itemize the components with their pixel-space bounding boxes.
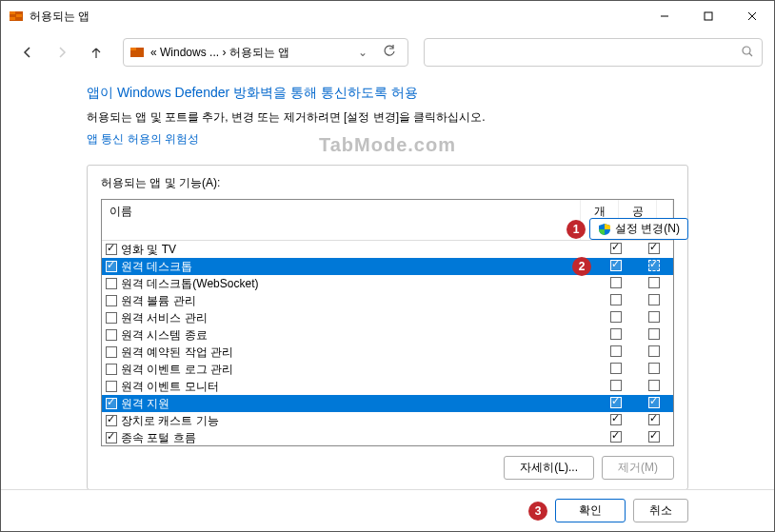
uac-shield-icon: [598, 223, 611, 236]
footer: 3 확인 취소: [1, 489, 774, 531]
row-label: 원격 볼륨 관리: [121, 293, 196, 309]
private-checkbox[interactable]: [610, 431, 622, 443]
enable-checkbox[interactable]: [106, 398, 117, 409]
public-checkbox[interactable]: [648, 294, 660, 305]
row-name-cell: 원격 예약된 작업 관리: [102, 345, 597, 361]
enable-checkbox[interactable]: [106, 346, 117, 358]
list-row[interactable]: 원격 시스템 종료: [102, 326, 673, 344]
public-checkbox[interactable]: [648, 328, 660, 340]
private-cell: [597, 294, 635, 308]
svg-line-11: [749, 53, 752, 56]
public-checkbox[interactable]: [648, 277, 660, 288]
enable-checkbox[interactable]: [106, 415, 117, 426]
ok-button[interactable]: 확인: [555, 499, 626, 522]
maximize-button[interactable]: [686, 1, 730, 31]
private-checkbox[interactable]: [610, 414, 622, 425]
row-name-cell: 원격 서비스 관리: [102, 310, 597, 326]
row-label: 원격 이벤트 모니터: [121, 379, 219, 395]
private-cell: [597, 328, 635, 343]
enable-checkbox[interactable]: [106, 244, 117, 255]
address-bar[interactable]: « Windows ... › 허용되는 앱 ⌄: [123, 38, 408, 67]
private-checkbox[interactable]: [610, 345, 622, 357]
up-button[interactable]: [81, 39, 111, 66]
public-cell: [635, 397, 673, 411]
public-checkbox[interactable]: [648, 243, 660, 254]
list-row[interactable]: 장치로 캐스트 기능: [102, 412, 673, 429]
private-checkbox[interactable]: [610, 243, 622, 254]
row-name-cell: 원격 볼륨 관리: [102, 293, 597, 309]
enable-checkbox[interactable]: [106, 278, 117, 289]
change-settings-button[interactable]: 설정 변경(N): [589, 218, 688, 240]
apps-panel: 허용되는 앱 및 기능(A): 이름 개인 공용 영화 및 TV원격 데스크톱2…: [87, 165, 688, 490]
private-checkbox[interactable]: [610, 260, 622, 271]
list-row[interactable]: 원격 예약된 작업 관리: [102, 344, 673, 361]
enable-checkbox[interactable]: [106, 329, 117, 341]
minimize-button[interactable]: [643, 1, 686, 31]
list-row[interactable]: 원격 지원: [102, 395, 673, 412]
public-checkbox[interactable]: [648, 414, 660, 425]
private-checkbox[interactable]: [610, 380, 622, 391]
panel-title: 허용되는 앱 및 기능(A):: [101, 175, 674, 191]
enable-checkbox[interactable]: [106, 312, 117, 324]
window-title: 허용되는 앱: [30, 9, 643, 25]
refresh-button[interactable]: [377, 45, 402, 61]
public-cell: [635, 277, 673, 291]
list-row[interactable]: 원격 이벤트 모니터: [102, 378, 673, 395]
row-label: 원격 지원: [121, 396, 169, 412]
private-checkbox[interactable]: [610, 363, 622, 374]
private-cell: [597, 277, 635, 291]
list-row[interactable]: 원격 이벤트 로그 관리: [102, 361, 673, 378]
list-row[interactable]: 원격 볼륨 관리: [102, 292, 673, 309]
svg-rect-9: [130, 48, 136, 50]
private-checkbox[interactable]: [610, 277, 622, 288]
col-name[interactable]: 이름: [102, 200, 581, 240]
navbar: « Windows ... › 허용되는 앱 ⌄: [1, 31, 774, 73]
private-checkbox[interactable]: [610, 311, 622, 323]
enable-checkbox[interactable]: [106, 295, 117, 306]
enable-checkbox[interactable]: [106, 364, 117, 375]
private-checkbox[interactable]: [610, 397, 622, 408]
cancel-button[interactable]: 취소: [633, 499, 688, 522]
public-checkbox[interactable]: [648, 380, 660, 391]
list-body[interactable]: 영화 및 TV원격 데스크톱2원격 데스크톱(WebSocket)원격 볼륨 관…: [102, 241, 673, 445]
risk-link[interactable]: 앱 통신 허용의 위험성: [87, 131, 199, 148]
list-row[interactable]: 원격 데스크톱2: [102, 258, 673, 275]
public-cell: [635, 345, 673, 360]
list-row[interactable]: 영화 및 TV: [102, 241, 673, 258]
public-cell: [635, 328, 673, 343]
forward-button[interactable]: [47, 39, 77, 66]
private-cell: [597, 345, 635, 360]
enable-checkbox[interactable]: [106, 432, 117, 443]
enable-checkbox[interactable]: [106, 381, 117, 392]
row-label: 원격 서비스 관리: [121, 310, 208, 326]
public-checkbox[interactable]: [648, 345, 660, 357]
list-row[interactable]: 종속 포털 흐름: [102, 429, 673, 445]
public-checkbox[interactable]: [648, 363, 660, 374]
svg-rect-1: [10, 11, 15, 14]
public-cell: [635, 311, 673, 325]
back-button[interactable]: [12, 39, 43, 66]
public-checkbox[interactable]: [648, 397, 660, 408]
breadcrumb[interactable]: « Windows ... › 허용되는 앱: [150, 45, 348, 61]
search-input[interactable]: [424, 38, 763, 67]
row-name-cell: 원격 이벤트 로그 관리: [102, 362, 597, 378]
public-checkbox[interactable]: [648, 260, 660, 271]
public-checkbox[interactable]: [648, 311, 660, 323]
public-checkbox[interactable]: [648, 431, 660, 443]
row-name-cell: 장치로 캐스트 기능: [102, 413, 597, 429]
close-button[interactable]: [730, 1, 774, 31]
row-name-cell: 영화 및 TV: [102, 242, 597, 258]
annotation-badge-2: 2: [572, 257, 591, 276]
svg-rect-5: [705, 12, 712, 20]
chevron-down-icon[interactable]: ⌄: [354, 46, 371, 59]
row-name-cell: 원격 이벤트 모니터: [102, 379, 597, 395]
list-row[interactable]: 원격 데스크톱(WebSocket): [102, 275, 673, 292]
row-label: 원격 이벤트 로그 관리: [121, 362, 233, 378]
titlebar: 허용되는 앱: [1, 1, 774, 31]
private-checkbox[interactable]: [610, 328, 622, 340]
private-cell: [597, 380, 635, 394]
list-row[interactable]: 원격 서비스 관리: [102, 309, 673, 326]
details-button[interactable]: 자세히(L)...: [504, 456, 594, 480]
private-checkbox[interactable]: [610, 294, 622, 305]
enable-checkbox[interactable]: [106, 261, 117, 272]
